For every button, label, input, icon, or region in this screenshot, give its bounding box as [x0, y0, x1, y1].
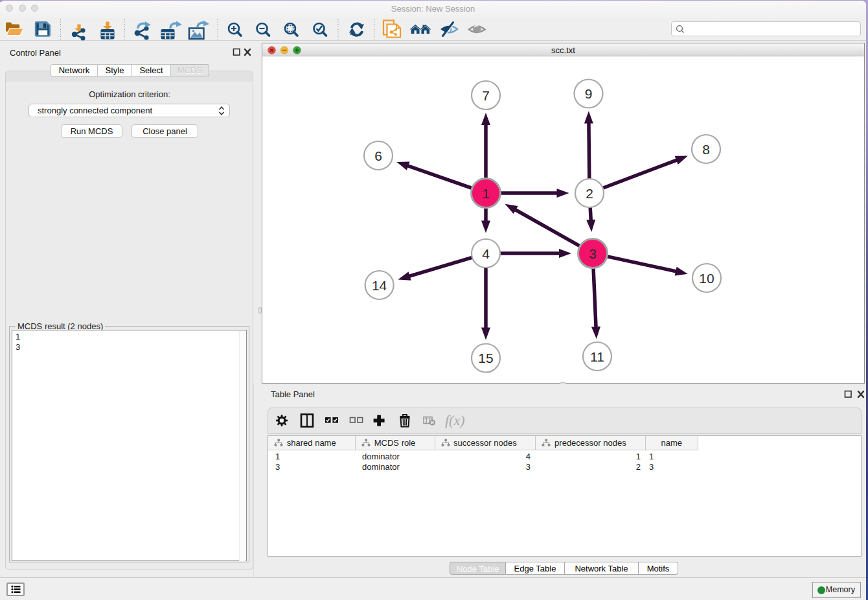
svg-text:4: 4 — [482, 246, 490, 261]
svg-text:3: 3 — [589, 246, 597, 261]
svg-text:7: 7 — [482, 88, 490, 103]
svg-text:10: 10 — [699, 271, 714, 286]
svg-text:14: 14 — [372, 278, 387, 293]
svg-text:6: 6 — [374, 148, 382, 163]
svg-text:f(x): f(x) — [445, 412, 465, 428]
svg-text:11: 11 — [590, 349, 604, 364]
svg-text:8: 8 — [702, 142, 710, 157]
svg-text:2: 2 — [586, 186, 593, 201]
svg-text:1: 1 — [482, 186, 490, 201]
svg-text:15: 15 — [478, 351, 493, 365]
svg-text:9: 9 — [585, 86, 593, 101]
